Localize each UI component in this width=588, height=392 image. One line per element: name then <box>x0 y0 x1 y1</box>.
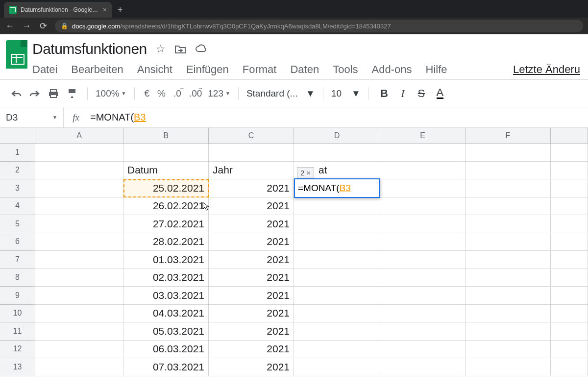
cell[interactable]: 2021 <box>209 358 294 376</box>
formula-hint[interactable]: 2 × <box>297 167 314 178</box>
menu-hilfe[interactable]: Hilfe <box>426 63 447 76</box>
cell[interactable]: 2021 <box>209 197 294 216</box>
url-input[interactable]: 🔒 docs.google.com/spreadsheets/d/1hbgKTL… <box>55 20 583 32</box>
menu-einfuegen[interactable]: Einfügen <box>186 63 229 76</box>
font-size-select[interactable]: 10▼ <box>331 88 361 99</box>
new-tab-button[interactable]: + <box>112 2 129 18</box>
cell[interactable]: 2021 <box>209 287 294 305</box>
reload-button[interactable]: ⟳ <box>38 21 48 31</box>
row-header[interactable]: 1 <box>0 144 35 162</box>
move-icon[interactable] <box>174 44 186 54</box>
col-header-c[interactable]: C <box>209 128 294 143</box>
percent-button[interactable]: % <box>155 88 168 99</box>
menu-ansicht[interactable]: Ansicht <box>137 63 172 76</box>
url-domain: docs.google.com <box>72 23 120 30</box>
menu-bearbeiten[interactable]: Bearbeiten <box>71 63 123 76</box>
cell[interactable]: 2021 <box>209 233 294 251</box>
tab-title: Datumsfunktionen - Google Tabe <box>21 6 99 13</box>
number-format-select[interactable]: 123▼ <box>208 88 230 99</box>
row-header[interactable]: 10 <box>0 305 35 323</box>
cell[interactable]: 2021 <box>209 215 294 233</box>
col-header-f[interactable]: F <box>466 128 551 143</box>
currency-button[interactable]: € <box>143 88 152 99</box>
url-path: /spreadsheets/d/1hbgKTLobrrwv8Tq3O0pCF1Q… <box>120 23 391 30</box>
cell[interactable]: 26.02.2021 <box>123 197 209 216</box>
toolbar: 100%▼ € % .0← .00→ 123▼ Standard (...▼ 1… <box>0 80 588 107</box>
forward-button[interactable]: → <box>22 21 31 31</box>
col-header-d[interactable]: D <box>294 128 380 143</box>
undo-button[interactable] <box>9 86 24 101</box>
row-header[interactable]: 9 <box>0 287 35 305</box>
cell[interactable]: 2021 <box>209 269 294 287</box>
formula-input[interactable]: =MONAT(B3 <box>88 112 588 123</box>
row-header[interactable]: 4 <box>0 197 35 216</box>
row-header[interactable]: 5 <box>0 215 35 233</box>
row-header[interactable]: 12 <box>0 341 35 359</box>
browser-tab[interactable]: Datumsfunktionen - Google Tabe × <box>4 2 112 18</box>
row-header[interactable]: 3 <box>0 179 35 197</box>
strikethrough-button[interactable]: S <box>414 86 429 101</box>
print-button[interactable] <box>46 86 61 101</box>
increase-decimal-button[interactable]: .00→ <box>187 88 204 99</box>
cell[interactable]: 02.03.2021 <box>123 269 209 287</box>
row-header[interactable]: 7 <box>0 251 35 269</box>
cell[interactable]: Jahr <box>209 162 294 180</box>
cell[interactable]: 28.02.2021 <box>123 233 209 251</box>
cell[interactable]: 2021 <box>209 251 294 269</box>
spreadsheet-grid: A B C D E F 1 2 3 4 5 6 7 8 9 10 11 12 1… <box>0 128 588 376</box>
row-header[interactable]: 8 <box>0 269 35 287</box>
sheets-favicon <box>9 6 17 14</box>
doc-title[interactable]: Datumsfunktionen <box>32 41 147 57</box>
decrease-decimal-button[interactable]: .0← <box>172 88 183 99</box>
edit-text: =MONAT( <box>298 183 340 194</box>
active-cell-editor[interactable]: =MONAT(B3 <box>294 178 380 198</box>
redo-button[interactable] <box>27 86 42 101</box>
font-select[interactable]: Standard (...▼ <box>246 88 315 99</box>
cell[interactable]: 06.03.2021 <box>123 341 209 359</box>
cloud-status-icon[interactable] <box>195 44 208 54</box>
cell[interactable]: 05.03.2021 <box>123 322 209 341</box>
select-all-corner[interactable] <box>0 128 35 143</box>
cells-area[interactable]: DatumJahrat 25.02.20212021 26.02.2021202… <box>35 144 588 376</box>
hint-close-icon[interactable]: × <box>306 169 311 177</box>
col-header-b[interactable]: B <box>123 128 209 143</box>
menu-daten[interactable]: Daten <box>290 63 319 76</box>
col-header-a[interactable]: A <box>35 128 123 143</box>
doc-header: Datumsfunktionen ☆ Datei Bearbeiten Ansi… <box>0 34 588 79</box>
row-header[interactable]: 6 <box>0 233 35 251</box>
cell[interactable]: 2021 <box>209 179 294 197</box>
cell[interactable]: 27.02.2021 <box>123 215 209 233</box>
bold-button[interactable]: B <box>377 86 392 101</box>
zoom-select[interactable]: 100%▼ <box>96 88 126 99</box>
back-button[interactable]: ← <box>5 21 15 31</box>
cell[interactable]: 2021 <box>209 322 294 341</box>
cell[interactable]: 04.03.2021 <box>123 305 209 323</box>
svg-rect-2 <box>50 95 56 98</box>
lock-icon: 🔒 <box>61 23 68 29</box>
last-edit-link[interactable]: Letzte Änderu <box>513 63 582 76</box>
menu-datei[interactable]: Datei <box>32 63 57 76</box>
name-box[interactable]: D3▼ <box>0 107 64 127</box>
cell[interactable]: 03.03.2021 <box>123 287 209 305</box>
paint-format-button[interactable] <box>65 86 79 101</box>
row-header[interactable]: 13 <box>0 358 35 376</box>
col-header-e[interactable]: E <box>380 128 466 143</box>
menu-tools[interactable]: Tools <box>333 63 358 76</box>
sheets-logo-icon[interactable] <box>6 40 27 69</box>
text-color-button[interactable]: A <box>433 86 447 101</box>
row-header[interactable]: 11 <box>0 322 35 341</box>
col-header-g[interactable] <box>551 128 588 143</box>
menu-addons[interactable]: Add-ons <box>372 63 412 76</box>
cell[interactable]: 07.03.2021 <box>123 358 209 376</box>
cell[interactable]: 01.03.2021 <box>123 251 209 269</box>
menu-format[interactable]: Format <box>243 63 277 76</box>
tab-close-icon[interactable]: × <box>103 6 107 14</box>
address-bar: ← → ⟳ 🔒 docs.google.com/spreadsheets/d/1… <box>0 18 588 34</box>
cell[interactable]: 2021 <box>209 305 294 323</box>
cell[interactable]: Datum <box>123 162 209 180</box>
cell[interactable]: 25.02.2021 <box>123 179 209 197</box>
star-icon[interactable]: ☆ <box>156 43 166 55</box>
cell[interactable]: 2021 <box>209 341 294 359</box>
italic-button[interactable]: I <box>395 86 410 101</box>
row-header[interactable]: 2 <box>0 162 35 180</box>
